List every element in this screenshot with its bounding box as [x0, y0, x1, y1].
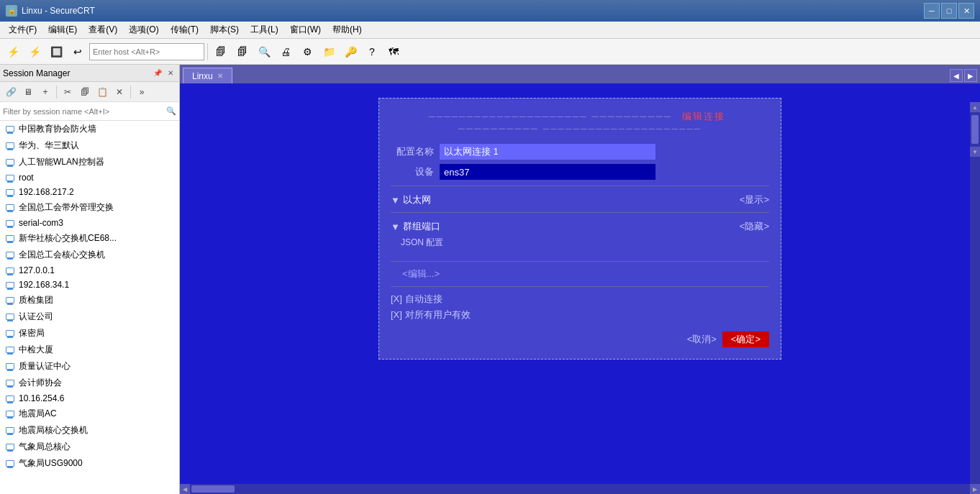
session-item[interactable]: 会计师协会	[0, 375, 179, 391]
close-button[interactable]: ✕	[958, 3, 974, 19]
menu-tools[interactable]: 工具(L)	[245, 22, 284, 38]
title-bar-left: 🔒 Linxu - SecureCRT	[6, 5, 95, 17]
title-bar-controls[interactable]: ─ □ ✕	[924, 3, 974, 19]
toolbar-key[interactable]: 🔑	[340, 42, 360, 62]
scroll-down-arrow[interactable]: ▼	[970, 147, 980, 157]
dialog-ok-button[interactable]: <确定>	[722, 331, 769, 347]
session-item-label: 10.16.254.6	[19, 393, 64, 403]
dialog-all-users[interactable]: [X] 对所有用户有效	[391, 308, 769, 321]
session-filter: 🔍	[0, 102, 179, 121]
session-tb-delete[interactable]: ✕	[112, 84, 127, 100]
dialog-cancel-button[interactable]: <取消>	[687, 333, 717, 346]
session-item-label: 127.0.0.1	[19, 265, 55, 275]
dialog-ethernet-header[interactable]: ▼ 以太网 <显示>	[391, 193, 769, 206]
session-item[interactable]: 全国总工会核心交换机	[0, 247, 179, 263]
group-port-section-marker: ▼	[391, 221, 400, 232]
session-tb-paste[interactable]: 📋	[94, 84, 110, 100]
session-item[interactable]: 华为、华三默认	[0, 137, 179, 154]
session-tb-copy[interactable]: 🗐	[77, 84, 93, 100]
terminal-scrollbar-right[interactable]: ▲ ▼	[970, 102, 980, 484]
session-icon	[4, 141, 16, 151]
dialog-config-value[interactable]: 以太网连接 1	[440, 144, 655, 160]
session-item-label: 中检大厦	[19, 344, 53, 356]
session-filter-input[interactable]	[3, 104, 163, 119]
maximize-button[interactable]: □	[941, 3, 957, 19]
ethernet-show-action[interactable]: <显示>	[740, 193, 769, 206]
session-item[interactable]: 127.0.0.1	[0, 263, 179, 278]
session-item[interactable]: 保密局	[0, 325, 179, 342]
toolbar-settings[interactable]: ⚙	[297, 42, 317, 62]
session-item[interactable]: 地震局核心交换机	[0, 422, 179, 439]
app-icon: 🔒	[6, 5, 17, 17]
hscroll-thumb[interactable]	[191, 485, 235, 493]
session-item[interactable]: 中国教育协会防火墙	[0, 121, 179, 137]
session-item[interactable]: serial-com3	[0, 216, 179, 230]
session-header-controls[interactable]: 📌 ✕	[152, 68, 176, 79]
tab-linxu-close[interactable]: ✕	[217, 72, 223, 80]
scroll-up-arrow[interactable]: ▲	[970, 102, 980, 112]
session-item[interactable]: 气象局USG9000	[0, 455, 179, 472]
dialog-auto-connect[interactable]: [X] 自动连接	[391, 293, 769, 306]
session-item-label: 地震局AC	[19, 408, 57, 420]
session-item[interactable]: 192.168.217.2	[0, 185, 179, 199]
tab-nav-left[interactable]: ◀	[950, 69, 963, 82]
menu-edit[interactable]: 编辑(E)	[42, 22, 83, 38]
session-tb-link[interactable]: 🔗	[3, 84, 19, 100]
toolbar-copy[interactable]: 🗐	[211, 42, 231, 62]
menu-script[interactable]: 脚本(S)	[204, 22, 245, 38]
toolbar-btn-4[interactable]: ↩	[68, 42, 88, 62]
toolbar-help[interactable]: ?	[362, 42, 382, 62]
session-item[interactable]: 质量认证中心	[0, 358, 179, 375]
session-tb-more[interactable]: »	[134, 84, 150, 100]
session-item[interactable]: root	[0, 170, 179, 185]
session-item[interactable]: 人工智能WLAN控制器	[0, 154, 179, 170]
session-item[interactable]: 地震局AC	[0, 406, 179, 422]
dialog-device-value[interactable]: ens37	[440, 164, 655, 180]
auto-connect-checkbox[interactable]: [X] 自动连接	[391, 293, 443, 306]
tab-linxu[interactable]: Linxu ✕	[183, 68, 232, 83]
session-tb-cut[interactable]: ✂	[60, 84, 76, 100]
host-input[interactable]	[89, 43, 204, 60]
session-item-label: 会计师协会	[19, 377, 62, 389]
session-item[interactable]: 10.16.254.6	[0, 391, 179, 406]
hscroll-left-arrow[interactable]: ◀	[180, 484, 190, 494]
dialog-device-label: 设备	[391, 165, 434, 178]
toolbar-map[interactable]: 🗺	[384, 42, 404, 62]
session-item-label: 地震局核心交换机	[19, 424, 88, 436]
toolbar-paste[interactable]: 🗐	[232, 42, 253, 62]
session-item[interactable]: 气象局总核心	[0, 439, 179, 455]
dialog-edit-link[interactable]: <编辑...>	[402, 267, 769, 280]
session-tb-add[interactable]: +	[37, 84, 53, 100]
menu-help[interactable]: 帮助(H)	[327, 22, 368, 38]
toolbar-print[interactable]: 🖨	[276, 42, 296, 62]
session-item-label: 气象局总核心	[19, 441, 71, 453]
minimize-button[interactable]: ─	[924, 3, 940, 19]
menu-window[interactable]: 窗口(W)	[284, 22, 327, 38]
session-item[interactable]: 质检集团	[0, 292, 179, 308]
scroll-thumb[interactable]	[971, 115, 979, 144]
session-item[interactable]: 192.168.34.1	[0, 278, 179, 292]
toolbar-btn-3[interactable]: 🔲	[46, 42, 66, 62]
session-item[interactable]: 全国总工会带外管理交换	[0, 199, 179, 216]
toolbar-sftp[interactable]: 📁	[319, 42, 339, 62]
session-close-button[interactable]: ✕	[165, 68, 176, 79]
session-tb-monitor[interactable]: 🖥	[20, 84, 36, 100]
hscroll-right-arrow[interactable]: ▶	[970, 484, 980, 494]
session-pin-button[interactable]: 📌	[152, 68, 163, 79]
session-item[interactable]: 新华社核心交换机CE68...	[0, 230, 179, 247]
session-item[interactable]: 中检大厦	[0, 342, 179, 358]
menu-view[interactable]: 查看(V)	[83, 22, 123, 38]
menu-options[interactable]: 选项(O)	[123, 22, 164, 38]
session-panel: Session Manager 📌 ✕ 🔗 🖥 + ✂ 🗐 📋 ✕ » 🔍	[0, 65, 180, 494]
session-icon	[4, 124, 16, 134]
tab-nav-right[interactable]: ▶	[964, 69, 977, 82]
group-port-hide-action[interactable]: <隐藏>	[740, 220, 769, 233]
all-users-checkbox[interactable]: [X] 对所有用户有效	[391, 308, 471, 321]
menu-transfer[interactable]: 传输(T)	[165, 22, 204, 38]
toolbar-btn-1[interactable]: ⚡	[3, 42, 23, 62]
session-item[interactable]: 认证公司	[0, 308, 179, 325]
toolbar-btn-2[interactable]: ⚡	[24, 42, 45, 62]
dialog-group-port-header[interactable]: ▼ 群组端口 <隐藏>	[391, 220, 769, 233]
toolbar-find[interactable]: 🔍	[254, 42, 274, 62]
menu-file[interactable]: 文件(F)	[3, 22, 42, 38]
